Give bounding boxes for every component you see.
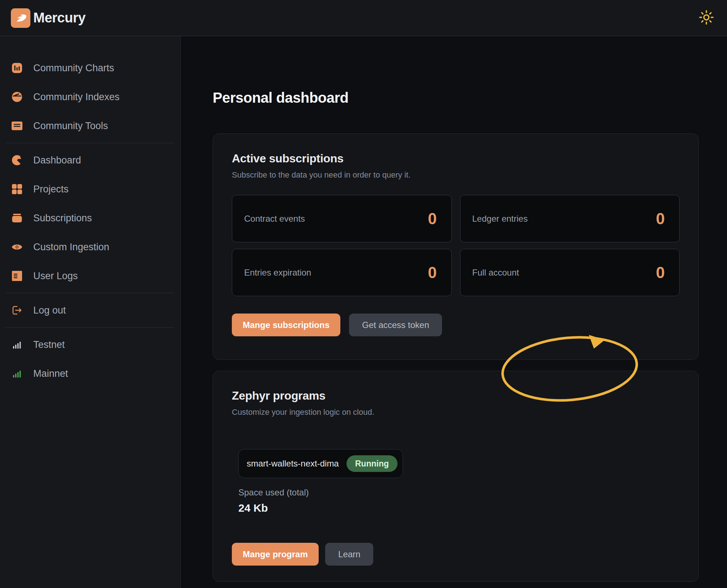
stat-value: 0	[656, 264, 665, 282]
sidebar-item-label: Community Charts	[33, 63, 114, 74]
sidebar-item-custom-ingestion[interactable]: Custom Ingestion	[0, 233, 180, 261]
sidebar-item-subscriptions[interactable]: Subscriptions	[0, 204, 180, 233]
space-used-value: 24 Kb	[238, 502, 309, 514]
stat-value: 0	[428, 210, 437, 228]
manage-program-button[interactable]: Mange program	[232, 543, 319, 566]
sidebar-item-dashboard[interactable]: Dashboard	[0, 146, 180, 175]
stat-ledger-entries: Ledger entries 0	[460, 195, 680, 242]
grid-icon	[12, 184, 22, 195]
sidebar-item-label: Testnet	[33, 339, 65, 350]
pie-chart-icon	[12, 155, 22, 166]
sidebar-item-projects[interactable]: Projects	[0, 175, 180, 204]
learn-button[interactable]: Learn	[325, 543, 373, 566]
logo-tile	[11, 8, 30, 28]
stat-value: 0	[428, 264, 437, 282]
sidebar-divider	[5, 327, 174, 328]
logout-icon	[12, 305, 22, 316]
program-name: smart-wallets-next-dima	[247, 459, 339, 469]
signal-bars-icon	[12, 339, 22, 350]
space-used-label: Space used (total)	[238, 487, 309, 498]
box-icon	[12, 213, 22, 223]
sidebar-item-testnet[interactable]: Testnet	[0, 330, 180, 359]
stat-entries-expiration: Entries expiration 0	[232, 249, 452, 296]
subscription-stats-grid: Contract events 0 Ledger entries 0 Entri…	[232, 195, 680, 296]
manage-subscriptions-button[interactable]: Mange subscriptions	[232, 314, 340, 336]
bar-chart-icon	[12, 63, 22, 73]
sidebar-item-community-indexes[interactable]: Community Indexes	[0, 82, 180, 111]
stat-value: 0	[656, 210, 665, 228]
sidebar-divider	[5, 293, 174, 293]
program-list-item[interactable]: smart-wallets-next-dima Running	[238, 449, 403, 478]
app-name: Mercury	[33, 10, 85, 26]
theme-toggle-button[interactable]	[697, 8, 716, 28]
sidebar-item-community-charts[interactable]: Community Charts	[0, 54, 180, 82]
wing-icon	[13, 10, 28, 26]
top-header: Mercury	[0, 0, 727, 36]
status-badge: Running	[347, 455, 397, 472]
stat-label: Full account	[472, 268, 519, 278]
card-subtitle: Subscribe to the data you need in order …	[232, 170, 680, 180]
sidebar-nav: Community Charts Community Indexes Commu…	[0, 36, 181, 588]
get-access-token-button[interactable]: Get access token	[349, 314, 442, 336]
stat-full-account: Full account 0	[460, 249, 680, 296]
page-title: Personal dashboard	[213, 90, 349, 106]
sidebar-item-label: Log out	[33, 305, 66, 316]
stat-contract-events: Contract events 0	[232, 195, 452, 242]
card-subtitle: Customize your ingestion logic on cloud.	[232, 408, 680, 417]
sidebar-item-user-logs[interactable]: User Logs	[0, 261, 180, 290]
main-content: Personal dashboard Active subscriptions …	[181, 36, 727, 588]
sidebar-item-log-out[interactable]: Log out	[0, 296, 180, 325]
zephyr-programs-card: Zephyr programs Customize your ingestion…	[213, 371, 699, 582]
active-subscriptions-card: Active subscriptions Subscribe to the da…	[213, 133, 699, 360]
panel-lines-icon	[12, 120, 22, 131]
app-logo[interactable]: Mercury	[11, 8, 85, 28]
sun-icon	[698, 9, 715, 27]
stat-label: Ledger entries	[472, 214, 528, 224]
sidebar-item-label: User Logs	[33, 270, 78, 282]
sidebar-item-label: Community Indexes	[33, 91, 120, 103]
signal-bars-icon	[12, 368, 22, 379]
sidebar-item-label: Mainnet	[33, 368, 68, 379]
sidebar-item-label: Dashboard	[33, 155, 81, 166]
space-used-block: Space used (total) 24 Kb	[238, 487, 309, 514]
stat-label: Entries expiration	[244, 268, 311, 278]
log-icon	[12, 270, 22, 281]
sidebar-item-label: Custom Ingestion	[33, 242, 109, 253]
sidebar-item-label: Subscriptions	[33, 213, 92, 224]
sidebar-divider	[5, 143, 174, 143]
eye-icon	[12, 242, 22, 252]
gauge-icon	[12, 91, 22, 102]
sidebar-item-label: Projects	[33, 184, 69, 195]
sidebar-item-mainnet[interactable]: Mainnet	[0, 359, 180, 388]
card-title: Zephyr programs	[232, 389, 680, 402]
card-title: Active subscriptions	[232, 152, 680, 165]
sidebar-item-label: Community Tools	[33, 120, 108, 132]
stat-label: Contract events	[244, 214, 305, 224]
sidebar-item-community-tools[interactable]: Community Tools	[0, 111, 180, 140]
